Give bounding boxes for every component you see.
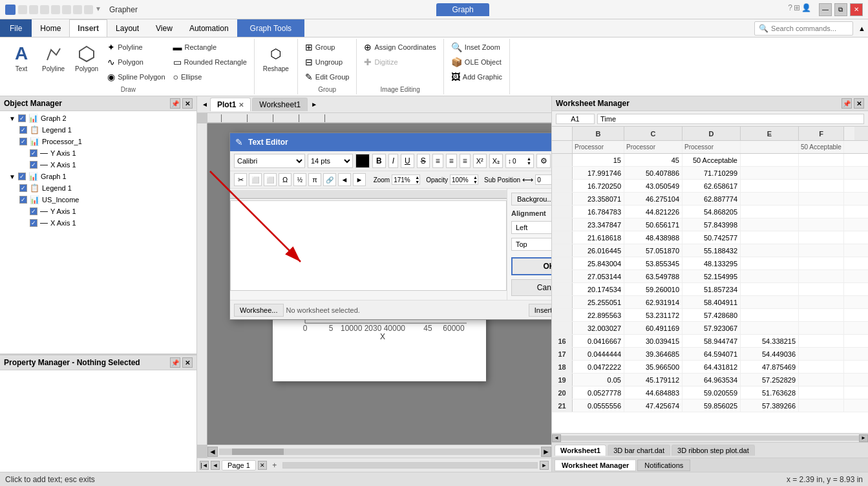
close-panel-button[interactable]: ✕: [182, 98, 193, 109]
cell-c9[interactable]: 53.855345: [624, 257, 683, 269]
cell-f21[interactable]: [799, 399, 844, 412]
cell-e8[interactable]: [741, 244, 799, 257]
inset-zoom-button[interactable]: 🔍 Inset Zoom: [448, 40, 505, 54]
tree-item-yaxis1b[interactable]: ✓ — Y Axis 1: [1, 206, 195, 217]
add-graphic-button[interactable]: 🖼 Add Graphic: [448, 70, 505, 84]
cell-d14[interactable]: 57.923067: [683, 322, 741, 334]
close-property-button[interactable]: ✕: [182, 357, 193, 368]
opacity-up-btn[interactable]: ▲: [473, 175, 478, 180]
minimize-button[interactable]: —: [819, 3, 832, 16]
opacity-down-btn[interactable]: ▼: [473, 180, 478, 184]
cell-f13[interactable]: [799, 309, 844, 321]
zoom-down-btn[interactable]: ▼: [415, 180, 419, 184]
cell-f19[interactable]: [799, 374, 844, 386]
ws-scroll-left-btn[interactable]: ◄: [552, 434, 561, 442]
cell-c5[interactable]: 44.821226: [624, 206, 683, 218]
cell-c7[interactable]: 48.438988: [624, 231, 683, 244]
superscript-btn[interactable]: X²: [473, 154, 487, 168]
options-icon[interactable]: ⊞: [794, 3, 800, 16]
cell-d5[interactable]: 54.868205: [683, 206, 741, 218]
tree-item-xaxis1a[interactable]: ✓ — X Axis 1: [1, 159, 195, 171]
search-input[interactable]: [771, 25, 849, 32]
zoom-up-btn[interactable]: ▲: [415, 175, 419, 180]
cell-c21[interactable]: 47.425674: [624, 399, 683, 412]
ok-btn[interactable]: OK: [511, 257, 551, 275]
cell-b18[interactable]: 0.0472222: [573, 361, 624, 373]
cell-c2[interactable]: 50.407886: [624, 167, 683, 179]
cell-d3[interactable]: 62.658617: [683, 180, 741, 192]
cell-d9[interactable]: 48.133295: [683, 257, 741, 269]
tab-automation[interactable]: Automation: [181, 19, 237, 37]
cut-btn[interactable]: ✂: [234, 173, 247, 186]
help-icon[interactable]: ?: [788, 3, 792, 16]
ws-tab-3dbar[interactable]: 3D bar chart.dat: [608, 445, 670, 456]
ws-h-scrollbar[interactable]: ◄ ►: [552, 433, 868, 442]
cell-d2[interactable]: 71.710299: [683, 167, 741, 179]
col-header-b[interactable]: B: [573, 127, 624, 140]
cell-e1[interactable]: [741, 154, 799, 166]
cell-d12[interactable]: 58.404911: [683, 296, 741, 308]
cell-f10[interactable]: [799, 270, 844, 282]
page1-tab[interactable]: Page 1: [222, 460, 256, 470]
cell-d8[interactable]: 55.188432: [683, 244, 741, 257]
font-size-select[interactable]: 14 pts: [308, 154, 353, 168]
cell-b2[interactable]: 17.991746: [573, 167, 624, 179]
check-yaxis1a[interactable]: ✓: [30, 149, 37, 157]
cell-f11[interactable]: [799, 283, 844, 295]
tab-worksheet1[interactable]: Worksheet1: [252, 98, 308, 111]
cell-b11[interactable]: 20.174534: [573, 283, 624, 295]
ole-object-button[interactable]: 📦 OLE Object: [448, 55, 505, 69]
cell-d6[interactable]: 57.843998: [683, 218, 741, 231]
cell-b1[interactable]: 15: [573, 154, 624, 166]
cell-b13[interactable]: 22.895563: [573, 309, 624, 321]
cell-d18[interactable]: 64.431812: [683, 361, 741, 373]
cell-b5[interactable]: 16.784783: [573, 206, 624, 218]
cell-d17[interactable]: 64.594071: [683, 348, 741, 360]
tab-plot1[interactable]: Plot1 ✕: [210, 98, 251, 111]
digitize-button[interactable]: ✚ Digitize: [361, 55, 439, 69]
pointer-icon[interactable]: [84, 5, 93, 14]
cell-f9[interactable]: [799, 257, 844, 269]
line-spacing-up[interactable]: ▲: [527, 156, 531, 161]
scroll-left-btn[interactable]: ◄: [207, 447, 218, 457]
assign-coordinates-button[interactable]: ⊕ Assign Coordinates: [361, 40, 439, 54]
cell-b3[interactable]: 16.720250: [573, 180, 624, 192]
line-spacing-input[interactable]: [513, 158, 525, 165]
tab-home[interactable]: Home: [32, 19, 69, 37]
special-char-btn[interactable]: Ω: [279, 173, 291, 186]
expand-graph2-icon[interactable]: ▼: [9, 115, 16, 122]
alignment-h-select[interactable]: Left: [511, 221, 551, 234]
ws-tab-3dribbon[interactable]: 3D ribbon step plot.dat: [672, 445, 755, 456]
cell-e7[interactable]: [741, 231, 799, 244]
align-left-btn[interactable]: ≡: [432, 154, 443, 168]
close-plot1-icon[interactable]: ✕: [238, 101, 244, 109]
close-page-btn[interactable]: ✕: [258, 461, 267, 470]
alignment-v-select[interactable]: Top: [511, 238, 551, 251]
cell-c6[interactable]: 50.656171: [624, 218, 683, 231]
check-xaxis1b[interactable]: ✓: [30, 219, 37, 227]
new-icon[interactable]: [18, 5, 27, 14]
ellipse-button[interactable]: ○ Ellipse: [170, 70, 250, 84]
cell-address-input[interactable]: [556, 114, 595, 124]
cell-f8[interactable]: [799, 244, 844, 257]
cell-b10[interactable]: 27.053144: [573, 270, 624, 282]
ribbon-search[interactable]: 🔍: [754, 21, 853, 36]
cell-b16[interactable]: 0.0416667: [573, 335, 624, 347]
paste-btn[interactable]: ⬜: [264, 173, 277, 186]
cell-f16[interactable]: [799, 335, 844, 347]
cell-d4[interactable]: 62.887774: [683, 193, 741, 205]
zoom-input[interactable]: [392, 176, 415, 184]
ws-tab-worksheet1[interactable]: Worksheet1: [555, 445, 606, 456]
notifications-tab[interactable]: Notifications: [637, 460, 690, 471]
close-ws-btn[interactable]: ✕: [854, 98, 864, 109]
spline-polygon-button[interactable]: ◉ Spline Polygon: [104, 70, 168, 84]
check-yaxis1b[interactable]: ✓: [30, 207, 37, 215]
tree-item-graph1[interactable]: ▼ ✓ 📊 Graph 1: [1, 171, 195, 182]
symbol-button[interactable]: ✦ Polyline: [104, 40, 168, 54]
insert-cell-btn[interactable]: Insert c...: [529, 304, 551, 317]
check-graph2[interactable]: ✓: [18, 114, 26, 122]
cell-f2[interactable]: [799, 167, 844, 179]
col-header-e[interactable]: E: [741, 127, 799, 140]
cell-c19[interactable]: 45.179112: [624, 374, 683, 386]
pin-ws-btn[interactable]: 📌: [842, 98, 852, 109]
